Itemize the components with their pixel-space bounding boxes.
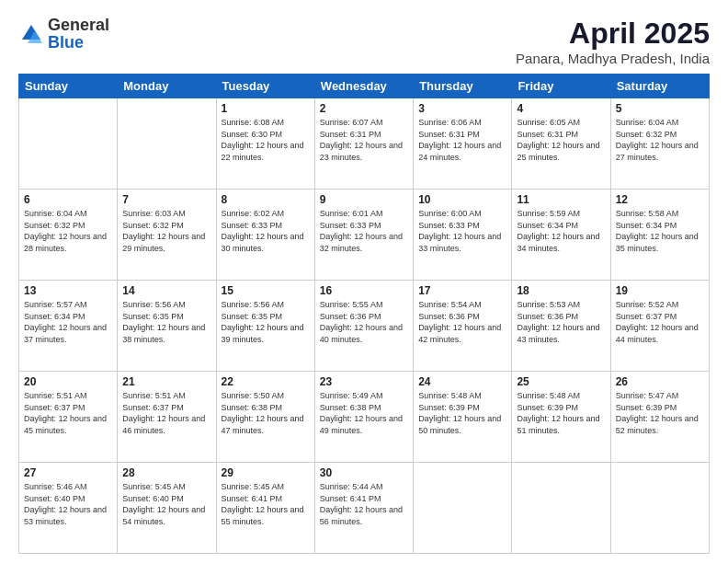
calendar-cell-0-0 <box>19 98 118 190</box>
week-row-1: 1 Sunrise: 6:08 AMSunset: 6:30 PMDayligh… <box>19 98 710 190</box>
day-number: 19 <box>616 284 704 297</box>
col-thursday: Thursday <box>414 75 512 98</box>
col-friday: Friday <box>512 75 610 98</box>
day-number: 11 <box>517 193 605 206</box>
subtitle: Panara, Madhya Pradesh, India <box>516 51 710 66</box>
day-number: 24 <box>418 375 506 388</box>
day-info: Sunrise: 6:00 AMSunset: 6:33 PMDaylight:… <box>418 208 506 254</box>
calendar-cell-0-4: 3 Sunrise: 6:06 AMSunset: 6:31 PMDayligh… <box>414 98 512 190</box>
col-saturday: Saturday <box>610 75 709 98</box>
calendar-cell-0-1 <box>118 98 216 190</box>
week-row-4: 20 Sunrise: 5:51 AMSunset: 6:37 PMDaylig… <box>19 372 710 463</box>
calendar-cell-4-5 <box>512 463 610 554</box>
day-number: 8 <box>222 193 310 206</box>
day-number: 22 <box>222 375 310 388</box>
calendar-cell-2-3: 16 Sunrise: 5:55 AMSunset: 6:36 PMDaylig… <box>314 281 413 372</box>
day-number: 4 <box>517 102 605 115</box>
calendar-cell-3-6: 26 Sunrise: 5:47 AMSunset: 6:39 PMDaylig… <box>610 372 709 463</box>
calendar-table: Sunday Monday Tuesday Wednesday Thursday… <box>18 74 710 554</box>
col-wednesday: Wednesday <box>314 75 413 98</box>
week-row-2: 6 Sunrise: 6:04 AMSunset: 6:32 PMDayligh… <box>19 190 710 281</box>
day-number: 16 <box>320 284 408 297</box>
calendar-cell-3-0: 20 Sunrise: 5:51 AMSunset: 6:37 PMDaylig… <box>19 372 118 463</box>
col-monday: Monday <box>118 75 216 98</box>
calendar-cell-4-3: 30 Sunrise: 5:44 AMSunset: 6:41 PMDaylig… <box>314 463 413 554</box>
day-number: 27 <box>24 466 112 479</box>
calendar-cell-2-6: 19 Sunrise: 5:52 AMSunset: 6:37 PMDaylig… <box>610 281 709 372</box>
day-info: Sunrise: 5:49 AMSunset: 6:38 PMDaylight:… <box>320 390 408 436</box>
calendar-cell-0-6: 5 Sunrise: 6:04 AMSunset: 6:32 PMDayligh… <box>610 98 709 190</box>
logo-icon <box>18 21 44 47</box>
day-number: 13 <box>24 284 112 297</box>
day-info: Sunrise: 6:01 AMSunset: 6:33 PMDaylight:… <box>320 208 408 254</box>
calendar-cell-3-1: 21 Sunrise: 5:51 AMSunset: 6:37 PMDaylig… <box>118 372 216 463</box>
day-number: 9 <box>320 193 408 206</box>
calendar-header-row: Sunday Monday Tuesday Wednesday Thursday… <box>19 75 710 98</box>
logo-general: General <box>48 16 109 34</box>
calendar-cell-2-0: 13 Sunrise: 5:57 AMSunset: 6:34 PMDaylig… <box>19 281 118 372</box>
day-number: 21 <box>122 375 210 388</box>
calendar-cell-1-1: 7 Sunrise: 6:03 AMSunset: 6:32 PMDayligh… <box>118 190 216 281</box>
calendar-cell-4-6 <box>610 463 709 554</box>
day-info: Sunrise: 5:56 AMSunset: 6:35 PMDaylight:… <box>122 299 210 345</box>
day-info: Sunrise: 5:44 AMSunset: 6:41 PMDaylight:… <box>320 481 408 527</box>
day-info: Sunrise: 6:03 AMSunset: 6:32 PMDaylight:… <box>122 208 210 254</box>
day-info: Sunrise: 6:07 AMSunset: 6:31 PMDaylight:… <box>320 117 408 163</box>
day-number: 10 <box>418 193 506 206</box>
calendar-cell-0-5: 4 Sunrise: 6:05 AMSunset: 6:31 PMDayligh… <box>512 98 610 190</box>
calendar-cell-3-4: 24 Sunrise: 5:48 AMSunset: 6:39 PMDaylig… <box>414 372 512 463</box>
calendar-cell-4-0: 27 Sunrise: 5:46 AMSunset: 6:40 PMDaylig… <box>19 463 118 554</box>
day-info: Sunrise: 5:45 AMSunset: 6:41 PMDaylight:… <box>222 481 310 527</box>
day-info: Sunrise: 5:58 AMSunset: 6:34 PMDaylight:… <box>616 208 704 254</box>
day-info: Sunrise: 5:54 AMSunset: 6:36 PMDaylight:… <box>418 299 506 345</box>
day-number: 12 <box>616 193 704 206</box>
day-info: Sunrise: 5:45 AMSunset: 6:40 PMDaylight:… <box>122 481 210 527</box>
calendar-cell-3-5: 25 Sunrise: 5:48 AMSunset: 6:39 PMDaylig… <box>512 372 610 463</box>
day-info: Sunrise: 6:08 AMSunset: 6:30 PMDaylight:… <box>222 117 310 163</box>
day-info: Sunrise: 6:04 AMSunset: 6:32 PMDaylight:… <box>24 208 112 254</box>
day-info: Sunrise: 5:46 AMSunset: 6:40 PMDaylight:… <box>24 481 112 527</box>
day-info: Sunrise: 5:48 AMSunset: 6:39 PMDaylight:… <box>418 390 506 436</box>
calendar-cell-0-2: 1 Sunrise: 6:08 AMSunset: 6:30 PMDayligh… <box>216 98 314 190</box>
calendar-cell-2-5: 18 Sunrise: 5:53 AMSunset: 6:36 PMDaylig… <box>512 281 610 372</box>
calendar-cell-1-0: 6 Sunrise: 6:04 AMSunset: 6:32 PMDayligh… <box>19 190 118 281</box>
calendar-cell-0-3: 2 Sunrise: 6:07 AMSunset: 6:31 PMDayligh… <box>314 98 413 190</box>
day-number: 30 <box>320 466 408 479</box>
calendar-cell-1-6: 12 Sunrise: 5:58 AMSunset: 6:34 PMDaylig… <box>610 190 709 281</box>
day-info: Sunrise: 5:51 AMSunset: 6:37 PMDaylight:… <box>122 390 210 436</box>
title-area: April 2025 Panara, Madhya Pradesh, India <box>516 17 710 66</box>
page: General Blue April 2025 Panara, Madhya P… <box>0 0 728 563</box>
day-info: Sunrise: 5:53 AMSunset: 6:36 PMDaylight:… <box>517 299 605 345</box>
day-info: Sunrise: 5:51 AMSunset: 6:37 PMDaylight:… <box>24 390 112 436</box>
main-title: April 2025 <box>516 17 710 51</box>
day-number: 5 <box>616 102 704 115</box>
day-info: Sunrise: 5:59 AMSunset: 6:34 PMDaylight:… <box>517 208 605 254</box>
calendar-cell-2-2: 15 Sunrise: 5:56 AMSunset: 6:35 PMDaylig… <box>216 281 314 372</box>
day-number: 3 <box>418 102 506 115</box>
day-number: 25 <box>517 375 605 388</box>
day-info: Sunrise: 5:47 AMSunset: 6:39 PMDaylight:… <box>616 390 704 436</box>
day-info: Sunrise: 5:55 AMSunset: 6:36 PMDaylight:… <box>320 299 408 345</box>
day-number: 17 <box>418 284 506 297</box>
day-info: Sunrise: 5:48 AMSunset: 6:39 PMDaylight:… <box>517 390 605 436</box>
day-number: 2 <box>320 102 408 115</box>
day-number: 1 <box>222 102 310 115</box>
calendar-cell-1-5: 11 Sunrise: 5:59 AMSunset: 6:34 PMDaylig… <box>512 190 610 281</box>
header: General Blue April 2025 Panara, Madhya P… <box>18 17 710 66</box>
calendar-cell-2-1: 14 Sunrise: 5:56 AMSunset: 6:35 PMDaylig… <box>118 281 216 372</box>
logo: General Blue <box>18 17 109 52</box>
calendar-cell-1-3: 9 Sunrise: 6:01 AMSunset: 6:33 PMDayligh… <box>314 190 413 281</box>
day-info: Sunrise: 6:04 AMSunset: 6:32 PMDaylight:… <box>616 117 704 163</box>
col-tuesday: Tuesday <box>216 75 314 98</box>
calendar-cell-1-4: 10 Sunrise: 6:00 AMSunset: 6:33 PMDaylig… <box>414 190 512 281</box>
day-number: 15 <box>222 284 310 297</box>
day-info: Sunrise: 5:57 AMSunset: 6:34 PMDaylight:… <box>24 299 112 345</box>
col-sunday: Sunday <box>19 75 118 98</box>
day-number: 7 <box>122 193 210 206</box>
day-info: Sunrise: 6:02 AMSunset: 6:33 PMDaylight:… <box>222 208 310 254</box>
day-info: Sunrise: 6:06 AMSunset: 6:31 PMDaylight:… <box>418 117 506 163</box>
calendar-cell-4-4 <box>414 463 512 554</box>
logo-blue: Blue <box>48 33 84 52</box>
day-info: Sunrise: 6:05 AMSunset: 6:31 PMDaylight:… <box>517 117 605 163</box>
day-number: 6 <box>24 193 112 206</box>
